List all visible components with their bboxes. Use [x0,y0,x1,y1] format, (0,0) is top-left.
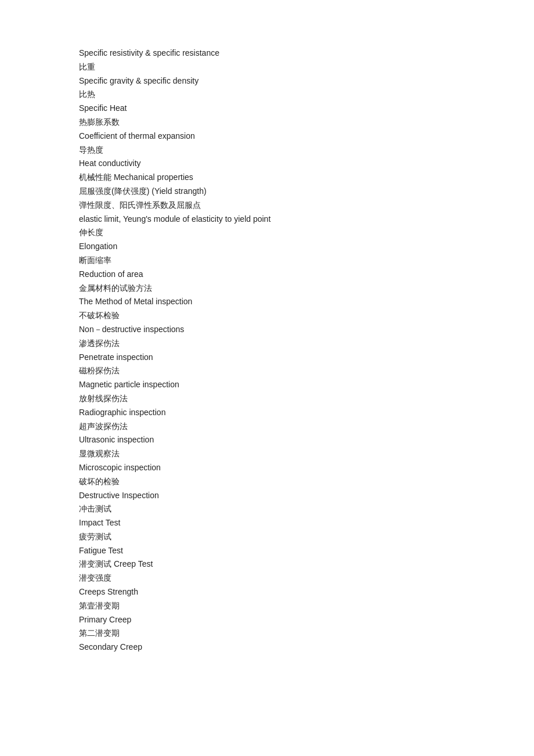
list-item: Impact Test [79,516,534,530]
list-item: Ultrasonic inspection [79,433,534,447]
list-item: Magnetic particle inspection [79,378,534,392]
list-item: elastic limit, Yeung's module of elastic… [79,213,534,226]
list-item: 放射线探伤法 [79,392,534,406]
list-item: 断面缩率 [79,254,534,268]
list-item: Destructive Inspection [79,489,534,503]
list-item: 第二潜变期 [79,627,534,640]
list-item: 弹性限度、阳氏弹性系数及屈服点 [79,199,534,213]
list-item: 屈服强度(降伏强度) (Yield strangth) [79,185,534,199]
list-item: Specific Heat [79,102,534,116]
list-item: 磁粉探伤法 [79,364,534,378]
list-item: Heat conductivity [79,157,534,171]
list-item: 不破坏检验 [79,309,534,323]
list-item: 渗透探伤法 [79,337,534,351]
list-item: 比热 [79,88,534,102]
list-item: Radiographic inspection [79,406,534,420]
list-item: 冲击测试 [79,502,534,516]
list-item: Elongation [79,240,534,254]
list-item: 热膨胀系数 [79,116,534,129]
list-item: The Method of Metal inspection [79,295,534,309]
list-item: 潜变测试 Creep Test [79,557,534,571]
list-item: Reduction of area [79,268,534,282]
list-item: 伸长度 [79,226,534,240]
list-item: Penetrate inspection [79,351,534,365]
list-item: 比重 [79,60,534,74]
list-item: Non－destructive inspections [79,323,534,337]
list-item: Specific gravity & specific density [79,74,534,88]
list-item: 破坏的检验 [79,475,534,489]
list-item: Creeps Strength [79,585,534,599]
list-item: Secondary Creep [79,640,534,654]
list-item: Fatigue Test [79,544,534,558]
list-item: Microscopic inspection [79,461,534,475]
list-item: 超声波探伤法 [79,420,534,434]
list-item: 疲劳测试 [79,530,534,544]
list-item: 显微观察法 [79,447,534,461]
content-list: Specific resistivity & specific resistan… [79,46,534,654]
list-item: 第壹潜变期 [79,599,534,613]
list-item: 潜变强度 [79,571,534,585]
list-item: Specific resistivity & specific resistan… [79,46,534,60]
list-item: 机械性能 Mechanical properties [79,171,534,185]
list-item: 导热度 [79,143,534,157]
list-item: Coefficient of thermal expansion [79,129,534,143]
list-item: 金属材料的试验方法 [79,282,534,296]
list-item: Primary Creep [79,613,534,627]
